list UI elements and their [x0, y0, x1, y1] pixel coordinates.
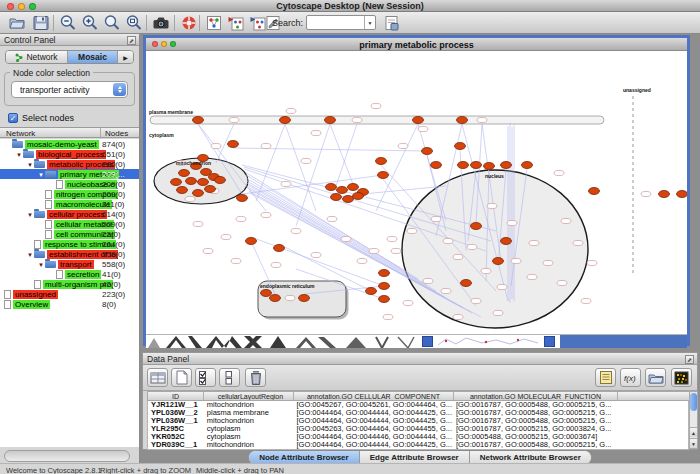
gene-node[interactable]	[418, 126, 428, 131]
gene-node[interactable]	[543, 260, 553, 265]
select-nodes-checkbox[interactable]: ✓	[8, 113, 18, 123]
network-canvas[interactable]: plasma membrane cytoplasm mitochondrion …	[146, 51, 687, 335]
gene-node[interactable]	[369, 248, 379, 253]
gene-node[interactable]	[581, 298, 591, 303]
gene-node-highlighted[interactable]	[379, 296, 390, 303]
import-attribute-icon[interactable]	[645, 368, 666, 387]
gene-node-highlighted[interactable]	[589, 188, 600, 195]
gene-node[interactable]	[311, 252, 321, 257]
gene-node-highlighted[interactable]	[326, 184, 337, 191]
tree-row-transport[interactable]: ▾transport558(0)	[0, 259, 139, 269]
tree-row-cell-communicat[interactable]: cell communicat22(0)	[0, 229, 139, 239]
column-header-_cellularLayoutRegion[interactable]: _cellularLayoutRegion	[204, 392, 294, 400]
gene-node[interactable]	[527, 274, 537, 279]
gene-node-highlighted[interactable]	[337, 187, 348, 194]
help-icon[interactable]	[178, 13, 199, 33]
gene-node[interactable]	[352, 117, 362, 122]
import-network-icon[interactable]	[225, 13, 246, 33]
table-row[interactable]: YPL036W__1mitochondrion[GO:0044464, GO:0…	[148, 417, 688, 425]
apply-layout-icon[interactable]	[203, 13, 224, 33]
expand-arrow-icon[interactable]: ▾	[37, 260, 45, 269]
gene-node-highlighted[interactable]	[198, 179, 209, 186]
gene-node-highlighted[interactable]	[193, 117, 204, 124]
tab-overflow-arrow[interactable]: ▶	[118, 51, 133, 63]
tree-row-nitrogen-compou[interactable]: nitrogen compou209(0)	[0, 189, 139, 199]
gene-node[interactable]	[573, 240, 583, 245]
gene-node-highlighted[interactable]	[366, 288, 377, 295]
gene-node[interactable]	[557, 280, 567, 285]
gene-node[interactable]	[311, 130, 321, 135]
column-header-annotation.GO MOLECULAR_FUNCTION[interactable]: annotation.GO MOLECULAR_FUNCTION	[454, 392, 618, 400]
expand-arrow-icon[interactable]: ▾	[26, 250, 34, 259]
gene-node[interactable]	[497, 284, 507, 289]
gene-node-highlighted[interactable]	[455, 143, 466, 150]
search-config-icon[interactable]	[381, 13, 402, 33]
gene-node-highlighted[interactable]	[378, 172, 389, 179]
tree-row-secretion[interactable]: secretion41(0)	[0, 269, 139, 279]
zoom-fit-icon[interactable]	[123, 13, 144, 33]
tree-row-mosaic-demo-yeast[interactable]: mosaic-demo-yeast874(0)	[0, 139, 139, 149]
open-file-icon[interactable]	[6, 13, 27, 33]
gene-node[interactable]	[221, 234, 231, 239]
tab-network[interactable]: Network	[6, 51, 68, 63]
select-attributes-icon[interactable]	[195, 368, 216, 387]
gene-node-highlighted[interactable]	[461, 280, 472, 287]
gene-node-highlighted[interactable]	[376, 158, 387, 165]
float-data-panel-icon[interactable]: ⬈	[685, 355, 694, 364]
save-icon[interactable]	[30, 13, 51, 33]
gene-node[interactable]	[403, 300, 413, 305]
formula-icon[interactable]: f(x)	[620, 368, 641, 387]
gene-node-highlighted[interactable]	[179, 170, 190, 177]
gene-node-highlighted[interactable]	[501, 162, 512, 169]
gene-node[interactable]	[487, 203, 497, 208]
gene-node-highlighted[interactable]	[237, 195, 248, 202]
expand-arrow-icon[interactable]: ▾	[37, 170, 45, 179]
gene-node[interactable]	[431, 216, 441, 221]
gene-node-highlighted[interactable]	[493, 258, 504, 265]
gene-node-highlighted[interactable]	[353, 193, 364, 200]
table-row[interactable]: YDR039C__1mitochondrion[GO:0044464, GO:0…	[148, 441, 688, 449]
scroll-up-button[interactable]: ▲	[690, 427, 697, 437]
search-field[interactable]	[308, 17, 364, 28]
gene-node[interactable]	[471, 298, 481, 303]
gene-node-highlighted[interactable]	[522, 162, 533, 169]
gene-node-highlighted[interactable]	[379, 283, 390, 290]
gene-node[interactable]	[261, 143, 271, 148]
tree-row-overview[interactable]: Overview8(0)	[0, 299, 139, 309]
tree-row-primary-metabol[interactable]: ▾primary metabol209(...	[0, 169, 139, 179]
tree-row-unassigned[interactable]: unassigned223(0)	[0, 289, 139, 299]
attribute-notes-icon[interactable]	[595, 368, 616, 387]
gene-node[interactable]	[481, 268, 491, 273]
column-header-blank[interactable]	[618, 392, 690, 400]
gene-node-highlighted[interactable]	[261, 290, 272, 297]
table-row[interactable]: YLR295Ccytoplasm[GO:0045263, GO:0044464,…	[148, 425, 688, 433]
gene-node-highlighted[interactable]	[205, 186, 216, 193]
gene-node-highlighted[interactable]	[343, 196, 354, 203]
gene-node-highlighted[interactable]	[379, 270, 390, 277]
zoom-selected-icon[interactable]	[101, 13, 122, 33]
gene-node[interactable]	[285, 295, 295, 300]
expand-arrow-icon[interactable]: ▾	[26, 160, 34, 169]
new-attribute-icon[interactable]	[171, 368, 192, 387]
scrollbar-thumb[interactable]	[690, 393, 697, 411]
gene-node-highlighted[interactable]	[501, 238, 512, 245]
gene-node[interactable]	[271, 262, 281, 267]
tree-row-establishment-of-lo[interactable]: ▾establishment of lo558(0)	[0, 249, 139, 259]
gene-node-highlighted[interactable]	[246, 238, 257, 245]
matrix-view-icon[interactable]	[671, 368, 692, 387]
gene-node-highlighted[interactable]	[299, 295, 310, 302]
gene-node-highlighted[interactable]	[348, 184, 359, 191]
zoom-out-icon[interactable]	[57, 13, 78, 33]
gene-node[interactable]	[286, 108, 296, 113]
zoom-in-icon[interactable]	[79, 13, 100, 33]
gene-node-highlighted[interactable]	[484, 163, 495, 170]
gene-node[interactable]	[554, 170, 564, 175]
gene-node-highlighted[interactable]	[471, 223, 482, 230]
tab-mosaic[interactable]: Mosaic	[68, 51, 118, 63]
snapshot-icon[interactable]	[150, 13, 171, 33]
gene-node-highlighted[interactable]	[413, 117, 424, 124]
gene-node[interactable]	[391, 248, 401, 253]
search-dropdown-arrow[interactable]: ▼	[364, 16, 375, 29]
gene-node[interactable]	[301, 158, 311, 163]
gene-node[interactable]	[398, 143, 408, 148]
